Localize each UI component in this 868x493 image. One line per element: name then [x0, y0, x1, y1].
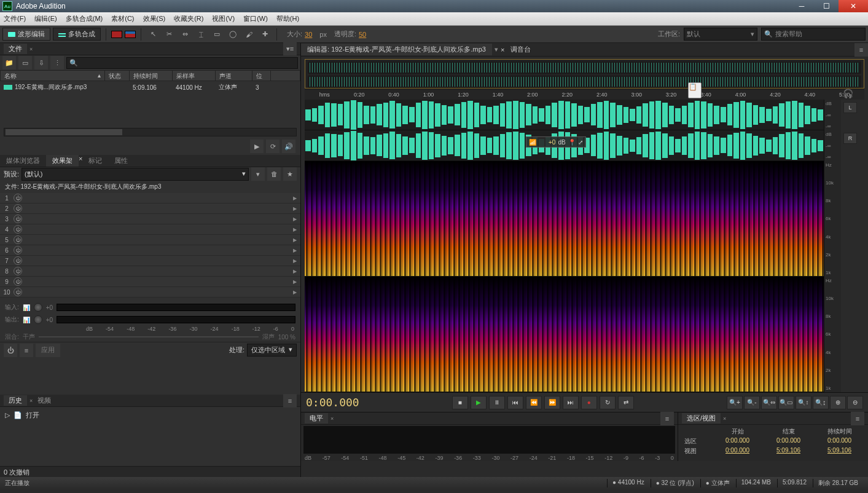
window-minimize-button[interactable]: ─ — [789, 0, 814, 12]
chevron-right-icon[interactable]: ▶ — [293, 237, 297, 243]
expand-icon[interactable]: ⤢ — [578, 139, 583, 146]
chevron-right-icon[interactable]: ▶ — [293, 216, 297, 222]
panel-menu-icon[interactable]: ≡ — [660, 412, 674, 425]
slip-tool[interactable]: ⇔ — [178, 28, 192, 41]
window-maximize-button[interactable]: ☐ — [814, 0, 839, 12]
workspace-dropdown[interactable]: 默认 ▾ — [684, 28, 757, 41]
menu-item[interactable]: 窗口(W) — [243, 14, 268, 23]
history-tab[interactable]: 视频 — [33, 395, 56, 406]
window-close-button[interactable]: ✕ — [839, 0, 868, 12]
headphone-icon[interactable] — [843, 89, 853, 98]
zoom-fit-button[interactable]: 🔍⇔ — [761, 396, 777, 409]
levels-tab[interactable]: 电平 — [305, 413, 328, 424]
panel-menu-icon[interactable]: ≡ — [851, 412, 864, 425]
stop-button[interactable]: ■ — [452, 396, 468, 409]
move-tool[interactable]: ↖ — [146, 28, 160, 41]
input-knob[interactable] — [34, 303, 42, 312]
power-icon[interactable]: ⏻ — [14, 235, 22, 244]
help-search[interactable]: 🔍 搜索帮助 — [761, 28, 866, 41]
power-icon[interactable]: ⏻ — [14, 277, 22, 286]
mix-slider[interactable] — [39, 336, 259, 337]
process-dropdown[interactable]: 仅选中区域 ▾ — [247, 344, 297, 357]
files-hscrollbar[interactable] — [4, 128, 297, 136]
new-file-icon[interactable]: ▭ — [18, 56, 32, 69]
fx-power-button[interactable]: ⏻ — [4, 344, 17, 357]
gain-value[interactable]: +0 — [549, 139, 555, 146]
menu-item[interactable]: 帮助(H) — [276, 14, 299, 23]
power-icon[interactable]: ⏻ — [14, 204, 22, 213]
fx-slot[interactable]: 10⏻▶ — [0, 287, 300, 298]
go-to-end-button[interactable]: ⏭ — [563, 396, 579, 409]
fx-slot[interactable]: 4⏻▶ — [0, 224, 300, 235]
menu-item[interactable]: 多轨合成(M) — [66, 14, 103, 23]
chevron-right-icon[interactable]: ▶ — [293, 206, 297, 211]
power-icon[interactable]: ⏻ — [14, 288, 22, 296]
fx-list-button[interactable]: ≡ — [20, 344, 33, 357]
pin-icon[interactable]: 📍 — [568, 139, 576, 146]
skip-selection-button[interactable]: ⇄ — [618, 396, 634, 409]
fx-slot[interactable]: 3⏻▶ — [0, 214, 300, 224]
fx-tab[interactable]: 属性 — [108, 155, 134, 167]
history-item[interactable]: ▷ 📄 打开 — [5, 409, 295, 421]
fx-tab[interactable]: 标记 — [82, 155, 108, 167]
opacity-value[interactable]: 50 — [359, 31, 366, 38]
zoom-selection-button[interactable]: 🔍▭ — [778, 396, 794, 409]
delete-preset-icon[interactable]: 🗑 — [267, 167, 281, 181]
forward-button[interactable]: ⏩ — [544, 396, 560, 409]
right-channel-button[interactable]: R — [843, 133, 857, 144]
chevron-right-icon[interactable]: ▶ — [293, 279, 297, 285]
fx-slot[interactable]: 2⏻▶ — [0, 203, 300, 214]
fx-slot[interactable]: 9⏻▶ — [0, 277, 300, 287]
fx-tab[interactable]: 媒体浏览器 — [0, 155, 46, 167]
close-icon[interactable]: × — [330, 416, 334, 422]
options-icon[interactable]: ⋮ — [50, 56, 64, 69]
brush-tool[interactable]: 🖌 — [242, 28, 256, 41]
editor-dropdown-icon[interactable]: ▾ — [492, 45, 501, 53]
preview-play-button[interactable]: ▶ — [250, 140, 264, 153]
menubar[interactable]: 文件(F)编辑(E)多轨合成(M)素材(C)效果(S)收藏夹(R)视图(V)窗口… — [0, 12, 868, 26]
power-icon[interactable]: ⏻ — [14, 256, 22, 265]
razor-tool[interactable]: ✂ — [162, 28, 176, 41]
apply-button[interactable]: 应用 — [36, 344, 60, 357]
chevron-right-icon[interactable]: ▶ — [293, 269, 297, 274]
close-icon[interactable]: × — [723, 416, 726, 422]
fx-slot[interactable]: 6⏻▶ — [0, 245, 300, 256]
mixer-tab[interactable]: 调音台 — [504, 44, 537, 55]
open-file-icon[interactable]: 📁 — [2, 56, 16, 69]
gain-knob[interactable] — [539, 138, 546, 146]
preset-dropdown[interactable]: (默认) ▾ — [22, 168, 249, 181]
chevron-right-icon[interactable]: ▶ — [293, 248, 297, 253]
history-tab[interactable]: 历史 — [4, 395, 27, 406]
record-button[interactable]: ● — [581, 396, 597, 409]
chevron-right-icon[interactable]: ▶ — [293, 227, 297, 232]
loop-button[interactable]: ↻ — [600, 396, 616, 409]
overview-navigator[interactable]: 🔍 — [305, 59, 864, 89]
left-channel-button[interactable]: L — [843, 102, 857, 113]
waveform-left-channel[interactable] — [305, 100, 824, 130]
output-value[interactable]: +0 — [46, 317, 53, 323]
column-header[interactable]: 采样率 — [173, 71, 216, 81]
chevron-right-icon[interactable]: ▶ — [293, 258, 297, 264]
time-ruler[interactable]: hms0:200:401:001:201:402:002:202:403:003… — [305, 89, 864, 100]
zoom-in-button[interactable]: 🔍+ — [727, 396, 743, 409]
files-tab[interactable]: 文件 — [4, 44, 27, 54]
panel-menu-icon[interactable]: ▾≡ — [283, 42, 297, 56]
preview-loop-button[interactable]: ⟳ — [266, 140, 280, 153]
go-to-start-button[interactable]: ⏮ — [507, 396, 523, 409]
spectral-color-swatch[interactable] — [111, 31, 122, 38]
panel-menu-icon[interactable]: ≡ — [854, 43, 868, 57]
spectrogram-left-channel[interactable] — [305, 161, 824, 277]
chevron-right-icon[interactable]: ▶ — [293, 290, 297, 295]
power-icon[interactable]: ⏻ — [14, 215, 22, 223]
size-value[interactable]: 30 — [305, 31, 312, 38]
zoom-out-button[interactable]: 🔍- — [744, 396, 760, 409]
panel-menu-icon[interactable]: ≡ — [283, 394, 297, 408]
close-icon[interactable]: × — [29, 46, 33, 52]
menu-item[interactable]: 视图(V) — [212, 14, 235, 23]
fx-slot[interactable]: 7⏻▶ — [0, 256, 300, 266]
input-value[interactable]: +0 — [46, 304, 53, 311]
gain-hud[interactable]: 📶 +0 dB 📍 ⤢ — [526, 136, 586, 148]
fx-tab[interactable]: 效果架 — [46, 155, 79, 167]
pitch-color-swatch[interactable] — [125, 31, 136, 38]
heal-tool[interactable]: ✚ — [258, 28, 272, 41]
